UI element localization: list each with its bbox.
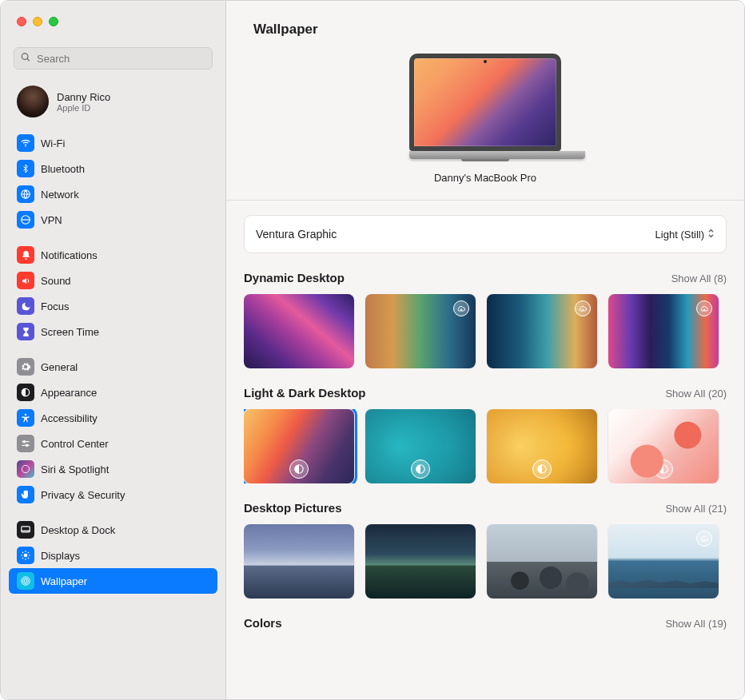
brightness-icon xyxy=(17,547,34,564)
section-title-pictures: Desktop Pictures xyxy=(244,501,342,515)
wallpaper-thumb[interactable] xyxy=(244,524,354,599)
sidebar-item-label: Notifications xyxy=(41,249,98,261)
sidebar-item-screentime[interactable]: Screen Time xyxy=(9,319,217,344)
apple-id-row[interactable]: Danny Rico Apple ID xyxy=(1,79,225,129)
vpn-icon xyxy=(17,211,34,229)
sidebar-item-general[interactable]: General xyxy=(9,354,217,380)
appearance-icon xyxy=(17,384,34,401)
device-name: Danny's MacBook Pro xyxy=(226,172,744,184)
show-all-lightdark[interactable]: Show All (20) xyxy=(665,388,727,400)
dock-icon xyxy=(17,521,34,539)
section-title-colors: Colors xyxy=(244,616,282,630)
wallpaper-thumb[interactable] xyxy=(487,294,597,368)
wallpaper-thumb[interactable] xyxy=(608,524,719,599)
user-subtitle: Apple ID xyxy=(57,103,110,113)
sidebar-item-bluetooth[interactable]: Bluetooth xyxy=(9,156,217,181)
search-field-container xyxy=(14,47,213,70)
section-title-dynamic: Dynamic Desktop xyxy=(244,271,345,284)
sidebar-item-siri[interactable]: Siri & Spotlight xyxy=(9,456,217,482)
page-title: Wallpaper xyxy=(253,22,717,38)
cloud-download-icon xyxy=(696,300,712,316)
sidebar-item-label: Sound xyxy=(41,275,71,287)
svg-point-29 xyxy=(659,465,668,474)
avatar xyxy=(17,86,49,117)
svg-point-14 xyxy=(24,554,28,558)
svg-point-2 xyxy=(25,145,26,147)
user-name: Danny Rico xyxy=(57,91,110,103)
wallpaper-thumb[interactable] xyxy=(608,294,719,368)
bluetooth-icon xyxy=(17,160,34,177)
show-all-dynamic[interactable]: Show All (8) xyxy=(671,272,727,284)
network-icon xyxy=(17,185,34,203)
current-wallpaper-name: Ventura Graphic xyxy=(256,228,337,241)
window-minimize-button[interactable] xyxy=(33,17,42,26)
sidebar-item-label: General xyxy=(41,361,78,373)
bell-icon xyxy=(17,246,34,264)
sidebar-item-label: Wallpaper xyxy=(41,575,87,587)
svg-line-21 xyxy=(22,558,23,559)
wallpaper-thumb[interactable] xyxy=(365,524,476,599)
wallpaper-icon xyxy=(17,572,34,590)
light-dark-icon xyxy=(289,459,309,479)
sidebar-item-focus[interactable]: Focus xyxy=(9,293,217,319)
moon-icon xyxy=(17,297,34,315)
svg-point-24 xyxy=(23,579,29,584)
sidebar-item-sound[interactable]: Sound xyxy=(9,268,217,293)
sliders-icon xyxy=(17,435,34,452)
svg-line-20 xyxy=(28,558,29,559)
wallpaper-thumb[interactable] xyxy=(365,294,476,368)
window-zoom-button[interactable] xyxy=(49,17,58,26)
wallpaper-preview: Danny's MacBook Pro xyxy=(226,44,744,201)
light-dark-icon xyxy=(654,459,673,479)
wallpaper-thumb[interactable] xyxy=(244,409,354,483)
main-content: Wallpaper Danny's MacBook Pro Ventura Gr… xyxy=(226,1,744,699)
wallpaper-thumb[interactable] xyxy=(487,524,597,599)
sidebar-item-privacy[interactable]: Privacy & Security xyxy=(9,482,217,507)
show-all-pictures[interactable]: Show All (21) xyxy=(665,503,727,515)
sidebar-item-vpn[interactable]: VPN xyxy=(9,207,217,233)
svg-line-1 xyxy=(27,58,30,61)
svg-point-10 xyxy=(26,444,28,446)
svg-point-0 xyxy=(22,54,28,60)
sidebar-item-appearance[interactable]: Appearance xyxy=(9,380,217,405)
wallpaper-thumb[interactable] xyxy=(365,409,476,483)
sidebar-item-label: Displays xyxy=(41,550,80,562)
show-all-colors[interactable]: Show All (19) xyxy=(665,618,727,630)
wallpaper-thumb[interactable] xyxy=(487,409,597,483)
sidebar-item-label: Network xyxy=(41,189,79,201)
sidebar-item-label: Desktop & Dock xyxy=(41,524,115,536)
sound-icon xyxy=(17,272,34,289)
search-input[interactable] xyxy=(14,47,213,70)
svg-line-19 xyxy=(22,552,23,553)
titlebar xyxy=(1,1,225,42)
svg-rect-12 xyxy=(22,527,30,532)
light-dark-icon xyxy=(532,459,552,479)
sidebar-item-controlcenter[interactable]: Control Center xyxy=(9,431,217,456)
sidebar-item-label: Screen Time xyxy=(41,326,99,338)
window-close-button[interactable] xyxy=(17,17,26,26)
sidebar-item-label: Focus xyxy=(41,300,69,312)
gear-icon xyxy=(17,358,34,376)
section-title-lightdark: Light & Dark Desktop xyxy=(244,386,366,400)
sidebar-item-wifi[interactable]: Wi-Fi xyxy=(9,130,217,156)
sidebar-item-wallpaper[interactable]: Wallpaper xyxy=(9,568,217,594)
sidebar-item-accessibility[interactable]: Accessibility xyxy=(9,405,217,431)
wallpaper-thumb[interactable] xyxy=(244,294,354,368)
chevron-updown-icon xyxy=(707,228,715,241)
sidebar-item-label: VPN xyxy=(41,214,62,226)
sidebar-item-network[interactable]: Network xyxy=(9,181,217,207)
accessibility-icon xyxy=(17,409,34,427)
svg-line-22 xyxy=(28,552,29,553)
sidebar-item-label: Accessibility xyxy=(41,412,98,424)
sidebar-item-displays[interactable]: Displays xyxy=(9,543,217,568)
appearance-mode-value: Light (Still) xyxy=(655,229,704,241)
search-icon xyxy=(20,52,31,66)
svg-point-6 xyxy=(25,414,26,416)
sidebar-item-notifications[interactable]: Notifications xyxy=(9,242,217,268)
sidebar-item-label: Wi-Fi xyxy=(41,137,65,149)
sidebar-item-label: Appearance xyxy=(41,387,97,399)
cloud-download-icon xyxy=(453,300,469,316)
sidebar-item-desktopdock[interactable]: Desktop & Dock xyxy=(9,517,217,543)
wallpaper-thumb[interactable] xyxy=(608,409,719,483)
appearance-mode-popup[interactable]: Light (Still) xyxy=(655,228,715,241)
